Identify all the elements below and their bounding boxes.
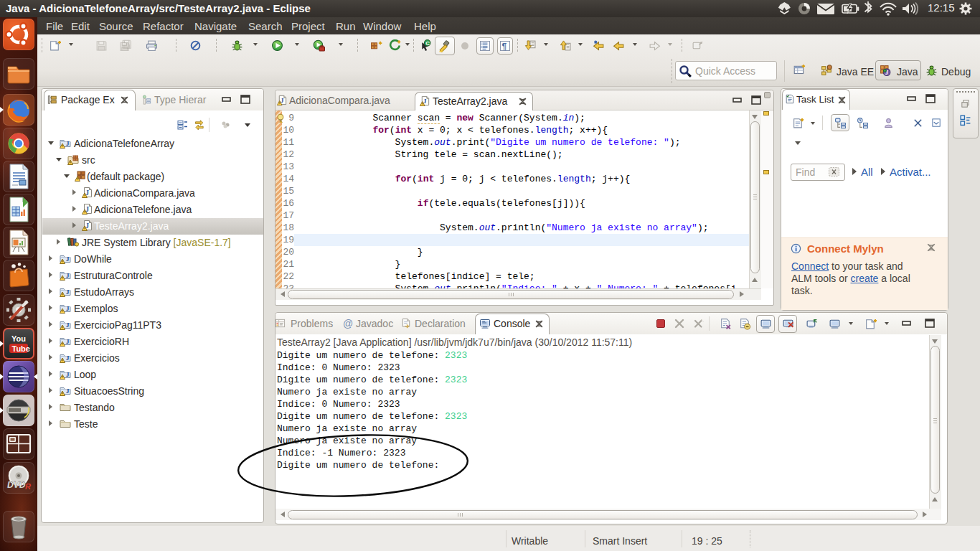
svg-text:DVD: DVD [7,480,26,490]
svg-text:C: C [425,40,430,47]
svg-text:You: You [11,334,26,343]
svg-text:R: R [25,482,31,491]
svg-text:Tube: Tube [12,344,30,353]
